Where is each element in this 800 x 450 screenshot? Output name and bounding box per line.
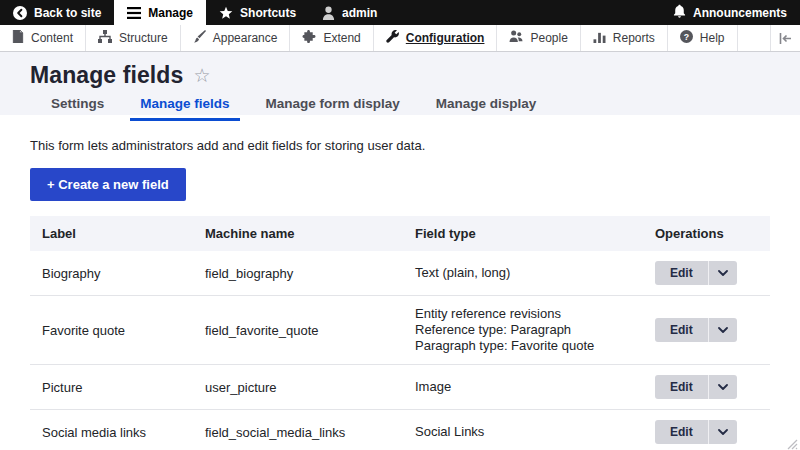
paintbrush-icon <box>193 30 206 46</box>
table-row: Social media linksfield_social_media_lin… <box>30 410 770 450</box>
back-to-site-button[interactable]: Back to site <box>0 0 114 25</box>
collapse-left-icon[interactable] <box>770 25 800 51</box>
operations-cell: Edit <box>655 420 770 444</box>
operations-cell: Edit <box>655 261 770 285</box>
admin-user-label: admin <box>342 6 377 20</box>
menu-item-help[interactable]: ? Help <box>668 25 738 51</box>
sitemap-icon <box>98 30 112 46</box>
page-description: This form lets administrators add and ed… <box>30 138 770 153</box>
menu-item-appearance[interactable]: Appearance <box>181 25 291 51</box>
menu-item-extend[interactable]: Extend <box>290 25 373 51</box>
favorite-star-icon[interactable]: ☆ <box>193 66 210 85</box>
tab-manage-form-display[interactable]: Manage form display <box>256 96 410 121</box>
col-header-field-type: Field type <box>415 226 655 241</box>
col-header-machine-name: Machine name <box>205 226 415 241</box>
table-row: Favorite quotefield_favorite_quoteEntity… <box>30 296 770 365</box>
field-label-cell: Biography <box>42 266 205 281</box>
fields-table: Label Machine name Field type Operations… <box>30 216 770 450</box>
star-icon <box>219 6 233 20</box>
help-circle-icon: ? <box>680 30 693 46</box>
bell-icon <box>673 4 686 21</box>
shortcuts-label: Shortcuts <box>240 6 296 20</box>
field-label-cell: Social media links <box>42 425 205 440</box>
main-content: This form lets administrators add and ed… <box>0 138 800 450</box>
manage-menu-button[interactable]: Manage <box>114 0 206 25</box>
user-icon <box>322 6 335 20</box>
menu-item-people[interactable]: People <box>497 25 580 51</box>
field-label-cell: Picture <box>42 380 205 395</box>
machine-name-cell: field_social_media_links <box>205 425 415 440</box>
page-title: Manage fields <box>30 62 183 89</box>
field-table-body: Biographyfield_biographyText (plain, lon… <box>30 251 770 450</box>
operations-cell: Edit <box>655 318 770 342</box>
document-icon <box>12 30 24 46</box>
page-tabs: Settings Manage fields Manage form displ… <box>41 96 800 121</box>
menu-item-configuration[interactable]: Configuration <box>374 25 498 51</box>
edit-button-label: Edit <box>655 318 708 342</box>
edit-button[interactable]: Edit <box>655 318 737 342</box>
hamburger-icon <box>127 7 141 19</box>
top-toolbar: Back to site Manage Shortcuts admin Anno… <box>0 0 800 25</box>
tab-settings[interactable]: Settings <box>41 96 114 121</box>
drupal-admin-page: Back to site Manage Shortcuts admin Anno… <box>0 0 800 450</box>
edit-dropdown-toggle[interactable] <box>709 261 737 285</box>
table-row: Pictureuser_pictureImageEdit <box>30 365 770 410</box>
edit-button[interactable]: Edit <box>655 420 737 444</box>
col-header-label: Label <box>42 226 205 241</box>
edit-button-label: Edit <box>655 375 708 399</box>
edit-dropdown-toggle[interactable] <box>709 375 737 399</box>
edit-button-label: Edit <box>655 261 708 285</box>
admin-user-button[interactable]: admin <box>309 0 390 25</box>
field-type-cell: Image <box>415 379 655 395</box>
resize-grip-icon[interactable] <box>786 436 798 448</box>
announcements-button[interactable]: Announcements <box>660 0 800 25</box>
machine-name-cell: user_picture <box>205 380 415 395</box>
barchart-icon <box>593 31 606 46</box>
people-icon <box>509 30 523 46</box>
announcements-label: Announcements <box>693 6 787 20</box>
field-type-cell: Social Links <box>415 424 655 440</box>
tab-manage-fields[interactable]: Manage fields <box>130 96 239 121</box>
create-new-field-button[interactable]: + Create a new field <box>30 168 186 201</box>
edit-dropdown-toggle[interactable] <box>709 420 737 444</box>
edit-button[interactable]: Edit <box>655 261 737 285</box>
table-row: Biographyfield_biographyText (plain, lon… <box>30 251 770 296</box>
edit-button-label: Edit <box>655 420 708 444</box>
field-type-cell: Entity reference revisionsReference type… <box>415 306 655 354</box>
admin-menu-bar: Content Structure Appearance Extend Conf… <box>0 25 800 52</box>
puzzle-icon <box>302 30 316 46</box>
menu-item-content[interactable]: Content <box>0 25 86 51</box>
edit-dropdown-toggle[interactable] <box>709 318 737 342</box>
field-label-cell: Favorite quote <box>42 323 205 338</box>
machine-name-cell: field_biography <box>205 266 415 281</box>
manage-label: Manage <box>148 6 193 20</box>
tab-manage-display[interactable]: Manage display <box>426 96 547 121</box>
edit-button[interactable]: Edit <box>655 375 737 399</box>
svg-text:?: ? <box>684 32 689 42</box>
back-circle-icon <box>13 6 27 20</box>
field-type-cell: Text (plain, long) <box>415 265 655 281</box>
menu-item-reports[interactable]: Reports <box>581 25 668 51</box>
col-header-operations: Operations <box>655 226 770 241</box>
table-header-row: Label Machine name Field type Operations <box>30 216 770 251</box>
wrench-icon <box>386 30 399 46</box>
operations-cell: Edit <box>655 375 770 399</box>
machine-name-cell: field_favorite_quote <box>205 323 415 338</box>
shortcuts-button[interactable]: Shortcuts <box>206 0 309 25</box>
menu-item-structure[interactable]: Structure <box>86 25 181 51</box>
back-to-site-label: Back to site <box>34 6 101 20</box>
page-header: Manage fields ☆ Settings Manage fields M… <box>0 52 800 115</box>
